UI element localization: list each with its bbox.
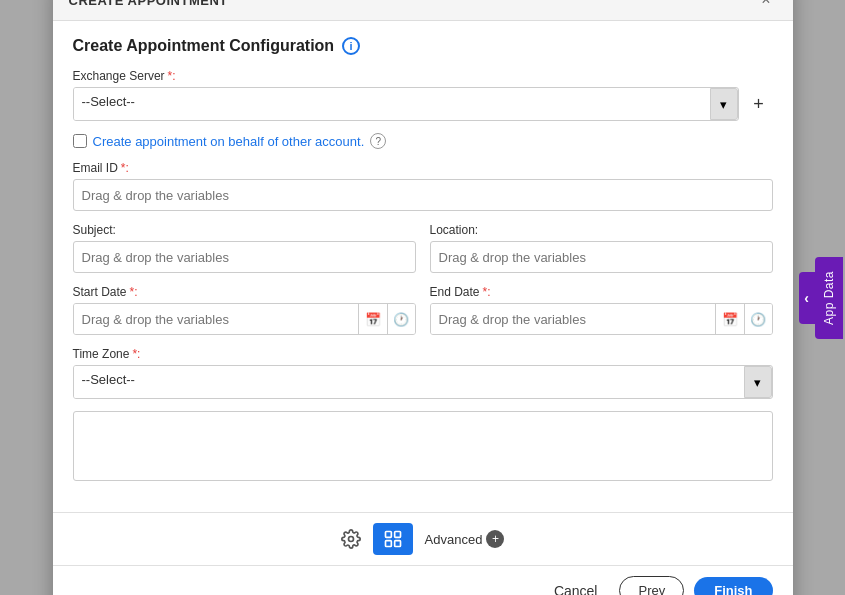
- end-date-field: End Date *: 📅 🕐: [430, 285, 773, 335]
- end-date-wrapper: 📅 🕐: [430, 303, 773, 335]
- exchange-server-select[interactable]: --Select-- ▾: [73, 87, 739, 121]
- subject-input[interactable]: [73, 241, 416, 273]
- timezone-field: Time Zone *: --Select-- ▾: [73, 347, 773, 399]
- location-input[interactable]: [430, 241, 773, 273]
- grid-icon: [383, 529, 403, 549]
- close-button[interactable]: ×: [755, 0, 776, 10]
- start-date-input[interactable]: [74, 304, 358, 334]
- info-icon[interactable]: i: [342, 37, 360, 55]
- modal-title: CREATE APPOINTMENT: [69, 0, 228, 8]
- cancel-button[interactable]: Cancel: [542, 577, 610, 596]
- exchange-server-arrow[interactable]: ▾: [710, 88, 738, 120]
- modal: CREATE APPOINTMENT × Create Appointment …: [53, 0, 793, 595]
- app-data-chevron[interactable]: ‹: [799, 271, 815, 323]
- start-date-icons: 📅 🕐: [358, 304, 415, 334]
- email-id-field: Email ID *:: [73, 161, 773, 211]
- advanced-label: Advanced +: [425, 530, 505, 548]
- exchange-server-value: --Select--: [74, 88, 711, 120]
- start-date-calendar-icon[interactable]: 📅: [359, 304, 387, 334]
- section-title-row: Create Appointment Configuration i: [73, 37, 773, 55]
- email-id-input[interactable]: [73, 179, 773, 211]
- timezone-label: Time Zone *:: [73, 347, 773, 361]
- location-label: Location:: [430, 223, 773, 237]
- exchange-server-field: Exchange Server *: --Select-- ▾ +: [73, 69, 773, 121]
- body-field: [73, 411, 773, 484]
- svg-point-0: [348, 537, 353, 542]
- behalf-checkbox[interactable]: [73, 134, 87, 148]
- start-date-clock-icon[interactable]: 🕐: [387, 304, 415, 334]
- svg-rect-1: [385, 532, 391, 538]
- exchange-server-label: Exchange Server *:: [73, 69, 773, 83]
- modal-header: CREATE APPOINTMENT ×: [53, 0, 793, 21]
- checkbox-row: Create appointment on behalf of other ac…: [73, 133, 773, 149]
- svg-rect-2: [394, 532, 400, 538]
- modal-body: Create Appointment Configuration i Excha…: [53, 21, 793, 512]
- advanced-plus-icon[interactable]: +: [486, 530, 504, 548]
- exchange-server-add-button[interactable]: +: [745, 88, 773, 120]
- footer-actions: Cancel Prev Finish: [53, 565, 793, 595]
- grid-button[interactable]: [373, 523, 413, 555]
- section-title-text: Create Appointment Configuration: [73, 37, 335, 55]
- timezone-arrow[interactable]: ▾: [744, 366, 772, 398]
- prev-button[interactable]: Prev: [619, 576, 684, 595]
- end-date-input[interactable]: [431, 304, 715, 334]
- subject-label: Subject:: [73, 223, 416, 237]
- modal-overlay: CREATE APPOINTMENT × Create Appointment …: [0, 0, 845, 595]
- timezone-select[interactable]: --Select-- ▾: [73, 365, 773, 399]
- end-date-clock-icon[interactable]: 🕐: [744, 304, 772, 334]
- exchange-server-required: *:: [168, 69, 176, 83]
- email-id-label: Email ID *:: [73, 161, 773, 175]
- subject-location-row: Subject: Location:: [73, 223, 773, 273]
- timezone-value: --Select--: [74, 366, 745, 398]
- start-date-label: Start Date *:: [73, 285, 416, 299]
- start-date-field: Start Date *: 📅 🕐: [73, 285, 416, 335]
- date-row: Start Date *: 📅 🕐 End Date *:: [73, 285, 773, 335]
- end-date-label: End Date *:: [430, 285, 773, 299]
- gear-button[interactable]: [341, 529, 361, 549]
- subject-field: Subject:: [73, 223, 416, 273]
- end-date-calendar-icon[interactable]: 📅: [716, 304, 744, 334]
- svg-rect-4: [394, 541, 400, 547]
- svg-rect-3: [385, 541, 391, 547]
- location-field: Location:: [430, 223, 773, 273]
- body-textarea[interactable]: [73, 411, 773, 481]
- behalf-label: Create appointment on behalf of other ac…: [93, 134, 365, 149]
- help-icon[interactable]: ?: [370, 133, 386, 149]
- finish-button[interactable]: Finish: [694, 577, 772, 595]
- start-date-wrapper: 📅 🕐: [73, 303, 416, 335]
- side-tab-container: ‹ App Data: [799, 256, 843, 338]
- footer-tools: Advanced +: [53, 512, 793, 565]
- end-date-icons: 📅 🕐: [715, 304, 772, 334]
- app-data-tab[interactable]: App Data: [815, 256, 843, 338]
- exchange-server-select-wrapper: --Select-- ▾ +: [73, 87, 773, 121]
- gear-icon: [341, 529, 361, 549]
- email-id-required: *:: [121, 161, 129, 175]
